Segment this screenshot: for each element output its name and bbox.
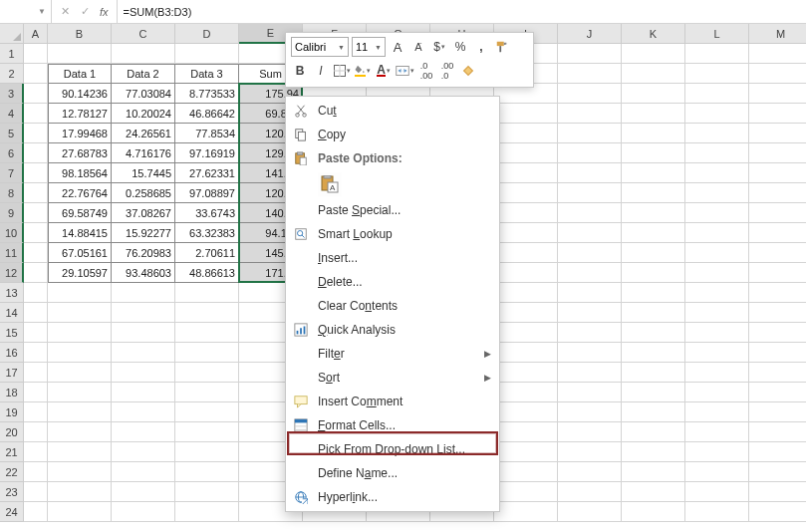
cell-C23[interactable] xyxy=(112,482,175,502)
column-header-C[interactable]: C xyxy=(112,24,175,44)
cell-B15[interactable] xyxy=(48,323,112,343)
cell-A23[interactable] xyxy=(24,482,48,502)
cell-A18[interactable] xyxy=(24,383,48,402)
cell-B1[interactable] xyxy=(48,44,112,64)
row-header-22[interactable]: 22 xyxy=(0,462,24,482)
ctx-insert-comment[interactable]: Insert Comment xyxy=(286,390,499,413)
cell-J20[interactable] xyxy=(558,422,622,442)
cell-J15[interactable] xyxy=(558,323,622,343)
cell-M1[interactable] xyxy=(749,44,806,64)
cell-A14[interactable] xyxy=(24,303,48,323)
cell-M21[interactable] xyxy=(749,442,806,462)
cell-B19[interactable] xyxy=(48,402,112,422)
row-header-11[interactable]: 11 xyxy=(0,243,24,263)
cell-I13[interactable] xyxy=(494,283,558,303)
cell-L5[interactable] xyxy=(685,124,749,143)
percent-format-icon[interactable]: % xyxy=(451,37,469,57)
cell-D10[interactable]: 63.32383 xyxy=(175,223,239,243)
cell-C10[interactable]: 15.92277 xyxy=(112,223,175,243)
formula-input[interactable]: =SUM(B3:D3) xyxy=(118,0,806,23)
cell-M14[interactable] xyxy=(749,303,806,323)
cell-D13[interactable] xyxy=(175,283,239,303)
border-icon[interactable] xyxy=(333,61,351,81)
cell-K24[interactable] xyxy=(622,502,685,522)
cell-J10[interactable] xyxy=(558,223,622,243)
cell-J18[interactable] xyxy=(558,383,622,402)
cell-A20[interactable] xyxy=(24,422,48,442)
cell-L22[interactable] xyxy=(685,462,749,482)
cell-B22[interactable] xyxy=(48,462,112,482)
cell-I11[interactable] xyxy=(494,243,558,263)
decrease-font-icon[interactable]: Ǎ xyxy=(409,37,427,57)
cell-K8[interactable] xyxy=(622,183,685,203)
cell-C19[interactable] xyxy=(112,402,175,422)
cell-L23[interactable] xyxy=(685,482,749,502)
row-header-2[interactable]: 2 xyxy=(0,64,24,84)
cell-J22[interactable] xyxy=(558,462,622,482)
cell-D4[interactable]: 46.86642 xyxy=(175,104,239,124)
cell-K22[interactable] xyxy=(622,462,685,482)
cell-I14[interactable] xyxy=(494,303,558,323)
cell-C12[interactable]: 93.48603 xyxy=(112,263,175,283)
cell-B6[interactable]: 27.68783 xyxy=(48,143,112,163)
cell-A16[interactable] xyxy=(24,343,48,363)
cell-B11[interactable]: 67.05161 xyxy=(48,243,112,263)
cell-C4[interactable]: 10.20024 xyxy=(112,104,175,124)
cell-B17[interactable] xyxy=(48,363,112,383)
ctx-format-cells[interactable]: Format Cells... xyxy=(286,413,499,437)
cell-L19[interactable] xyxy=(685,402,749,422)
cell-C20[interactable] xyxy=(112,422,175,442)
cell-B5[interactable]: 17.99468 xyxy=(48,124,112,143)
cell-D22[interactable] xyxy=(175,462,239,482)
cell-M19[interactable] xyxy=(749,402,806,422)
cell-L20[interactable] xyxy=(685,422,749,442)
fx-icon[interactable]: fx xyxy=(100,6,109,18)
row-header-5[interactable]: 5 xyxy=(0,124,24,143)
cell-D9[interactable]: 33.6743 xyxy=(175,203,239,223)
row-header-4[interactable]: 4 xyxy=(0,104,24,124)
cell-K13[interactable] xyxy=(622,283,685,303)
name-box-dropdown-icon[interactable]: ▼ xyxy=(38,7,46,16)
cell-B10[interactable]: 14.88415 xyxy=(48,223,112,243)
row-header-10[interactable]: 10 xyxy=(0,223,24,243)
cell-B13[interactable] xyxy=(48,283,112,303)
paste-option-default[interactable]: A xyxy=(318,172,342,196)
cell-M10[interactable] xyxy=(749,223,806,243)
row-header-14[interactable]: 14 xyxy=(0,303,24,323)
column-header-K[interactable]: K xyxy=(622,24,685,44)
cell-C18[interactable] xyxy=(112,383,175,402)
cell-C11[interactable]: 76.20983 xyxy=(112,243,175,263)
cell-M8[interactable] xyxy=(749,183,806,203)
cell-M6[interactable] xyxy=(749,143,806,163)
cell-J6[interactable] xyxy=(558,143,622,163)
cell-C6[interactable]: 4.716176 xyxy=(112,143,175,163)
row-header-7[interactable]: 7 xyxy=(0,163,24,183)
font-size-selector[interactable]: 11▼ xyxy=(352,37,386,57)
cell-I22[interactable] xyxy=(494,462,558,482)
cell-M16[interactable] xyxy=(749,343,806,363)
cell-B9[interactable]: 69.58749 xyxy=(48,203,112,223)
row-header-21[interactable]: 21 xyxy=(0,442,24,462)
cell-L10[interactable] xyxy=(685,223,749,243)
cell-L6[interactable] xyxy=(685,143,749,163)
increase-decimal-icon[interactable]: .0.00 xyxy=(417,61,435,81)
cell-A3[interactable] xyxy=(24,84,48,104)
cell-L9[interactable] xyxy=(685,203,749,223)
cell-L16[interactable] xyxy=(685,343,749,363)
ctx-delete[interactable]: Delete... xyxy=(286,270,499,294)
row-header-16[interactable]: 16 xyxy=(0,343,24,363)
cell-C22[interactable] xyxy=(112,462,175,482)
cell-D1[interactable] xyxy=(175,44,239,64)
cell-M22[interactable] xyxy=(749,462,806,482)
cell-J5[interactable] xyxy=(558,124,622,143)
cell-D2[interactable]: Data 3 xyxy=(175,64,239,84)
cell-L3[interactable] xyxy=(685,84,749,104)
cell-J13[interactable] xyxy=(558,283,622,303)
ctx-paste-special[interactable]: Paste Special... xyxy=(286,198,499,222)
cell-I5[interactable] xyxy=(494,124,558,143)
cell-L1[interactable] xyxy=(685,44,749,64)
cell-K17[interactable] xyxy=(622,363,685,383)
cell-C1[interactable] xyxy=(112,44,175,64)
cell-K18[interactable] xyxy=(622,383,685,402)
row-header-3[interactable]: 3 xyxy=(0,84,24,104)
